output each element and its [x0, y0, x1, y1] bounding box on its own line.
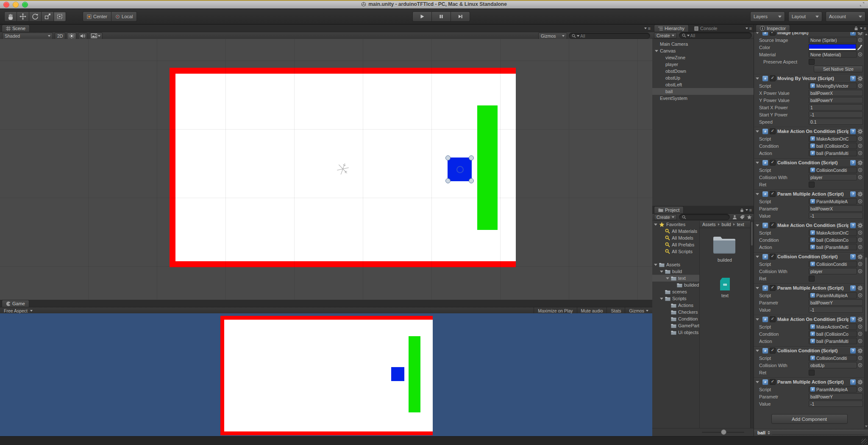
component-enabled-checkbox[interactable]: ✓: [770, 348, 776, 354]
gear-icon[interactable]: [857, 129, 863, 134]
asset-bundle-name[interactable]: ball: [757, 430, 765, 435]
hierarchy-item-ball[interactable]: ball: [652, 88, 754, 95]
field-value[interactable]: -1: [809, 111, 863, 118]
component-enabled-checkbox[interactable]: ✓: [770, 222, 776, 228]
project-tree-item-ui-objects[interactable]: Ui objects: [652, 329, 699, 336]
object-picker-icon[interactable]: [857, 293, 863, 298]
gear-icon[interactable]: [857, 32, 863, 36]
field-value[interactable]: #CollisionConditi: [809, 167, 857, 173]
field-value[interactable]: #ParamMultipleA: [809, 386, 857, 392]
help-icon[interactable]: ?: [850, 129, 856, 134]
icon-size-slider-knob[interactable]: [721, 429, 726, 435]
field-value[interactable]: None (Sprite): [809, 37, 857, 43]
object-picker-icon[interactable]: [857, 356, 863, 360]
field-value[interactable]: #MovingByVector: [809, 83, 857, 89]
layout-dropdown[interactable]: Layout: [788, 11, 822, 22]
layers-dropdown[interactable]: Layers: [750, 11, 785, 22]
field-value[interactable]: #ball (CollisionCo: [809, 237, 857, 243]
field-value[interactable]: #ParamMultipleA: [809, 292, 857, 299]
object-picker-icon[interactable]: [857, 136, 863, 141]
hierarchy-create-button[interactable]: Create: [654, 33, 677, 39]
expand-arrow-icon[interactable]: [655, 50, 658, 52]
hierarchy-item-obstup[interactable]: obstUp: [652, 75, 754, 81]
object-picker-icon[interactable]: [857, 199, 863, 204]
play-button[interactable]: [412, 11, 432, 22]
field-value[interactable]: None (Material): [809, 51, 857, 58]
project-tree-item-favorites[interactable]: Favorites: [652, 221, 699, 228]
project-tree-item-build[interactable]: build: [652, 268, 699, 275]
mute-audio-toggle[interactable]: Mute audio: [577, 307, 607, 314]
tab-game[interactable]: Game: [2, 300, 29, 307]
scene-effects-dropdown[interactable]: [89, 33, 103, 39]
aspect-dropdown[interactable]: Free Aspect: [0, 307, 36, 314]
preview-resize-handle[interactable]: [772, 431, 865, 435]
gear-icon[interactable]: [857, 76, 863, 81]
help-icon[interactable]: ?: [850, 348, 856, 354]
foldout-arrow-icon[interactable]: [756, 32, 759, 34]
scene-search-input[interactable]: All: [569, 33, 650, 39]
hierarchy-item-viewzone[interactable]: viewZone: [652, 54, 754, 61]
object-picker-icon[interactable]: [857, 144, 863, 148]
component-enabled-checkbox[interactable]: ✓: [770, 32, 776, 36]
project-panel-menu-icon[interactable]: ≡: [740, 207, 751, 213]
field-value[interactable]: -1: [809, 307, 863, 313]
asset-item-text[interactable]: ∞ text: [720, 278, 730, 298]
scene-audio-button[interactable]: [78, 33, 87, 39]
project-tree-item-condition[interactable]: Condition: [652, 315, 699, 322]
field-value[interactable]: #ball (ParamMulti: [809, 150, 857, 156]
help-icon[interactable]: ?: [850, 317, 856, 322]
foldout-arrow-icon[interactable]: [756, 77, 759, 80]
project-tree-item-text[interactable]: text: [652, 275, 699, 282]
project-tree-item-scenes[interactable]: scenes: [652, 288, 699, 295]
field-value[interactable]: ballPowerY: [809, 393, 863, 400]
scene-lighting-button[interactable]: [67, 33, 76, 39]
field-value[interactable]: #ball (CollisionCo: [809, 331, 857, 337]
object-picker-icon[interactable]: [857, 262, 863, 266]
scroll-down-icon[interactable]: [865, 426, 868, 427]
help-icon[interactable]: ?: [850, 223, 856, 228]
gear-icon[interactable]: [857, 379, 863, 385]
gear-icon[interactable]: [857, 285, 863, 291]
checkbox[interactable]: [809, 59, 815, 65]
hand-tool-button[interactable]: [4, 11, 17, 22]
hierarchy-item-main-camera[interactable]: Main Camera: [652, 41, 754, 47]
component-enabled-checkbox[interactable]: ✓: [770, 75, 776, 81]
scrollbar-thumb[interactable]: [865, 257, 867, 332]
field-value[interactable]: player: [809, 268, 857, 274]
breadcrumb[interactable]: Assets build text: [700, 221, 750, 228]
scene-ball-selected[interactable]: [448, 158, 472, 181]
field-value[interactable]: obstUp: [809, 362, 857, 368]
help-icon[interactable]: ?: [850, 254, 856, 260]
object-picker-icon[interactable]: [857, 230, 863, 235]
project-tree-item-all-materials[interactable]: All Materials: [652, 228, 699, 235]
stats-toggle[interactable]: Stats: [606, 307, 625, 314]
project-tree-item-actions[interactable]: Actions: [652, 302, 699, 309]
expand-arrow-icon[interactable]: [666, 277, 669, 279]
gear-icon[interactable]: [857, 223, 863, 228]
field-value[interactable]: #ball (CollisionCo: [809, 143, 857, 149]
object-picker-icon[interactable]: [857, 52, 863, 57]
resize-grip-icon[interactable]: [861, 439, 867, 445]
lock-icon[interactable]: [854, 26, 859, 31]
project-tree-item-assets[interactable]: Assets: [652, 261, 699, 268]
expand-arrow-icon[interactable]: [654, 224, 657, 226]
inspector-scrollbar[interactable]: [864, 32, 868, 429]
object-picker-icon[interactable]: [857, 168, 863, 172]
project-tree-item-scripts[interactable]: Scripts: [652, 295, 699, 302]
foldout-arrow-icon[interactable]: [756, 130, 759, 133]
component-enabled-checkbox[interactable]: ✓: [770, 160, 776, 166]
hierarchy-item-eventsystem[interactable]: EventSystem: [652, 95, 754, 102]
rect-tool-button[interactable]: [54, 11, 66, 22]
inspector-panel-menu-icon[interactable]: ≡: [854, 26, 866, 31]
field-value[interactable]: -1: [809, 401, 863, 407]
field-value[interactable]: #MakeActionOnC: [809, 229, 857, 236]
game-gizmos-dropdown[interactable]: Gizmos: [625, 307, 652, 314]
pivot-handle[interactable]: [456, 166, 464, 173]
field-value[interactable]: #MakeActionOnC: [809, 323, 857, 330]
gear-icon[interactable]: [857, 191, 863, 197]
hierarchy-item-canvas[interactable]: Canvas: [652, 47, 754, 54]
scene-gizmos-dropdown[interactable]: Gizmos: [538, 33, 567, 39]
field-value[interactable]: #ball (ParamMulti: [809, 244, 857, 250]
game-viewport[interactable]: [0, 313, 652, 436]
field-value[interactable]: ballPowerX: [809, 90, 863, 96]
